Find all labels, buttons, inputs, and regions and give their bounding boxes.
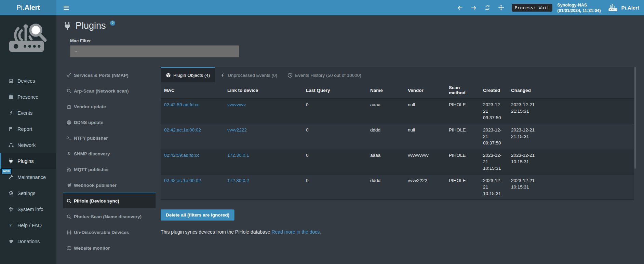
calendar-icon xyxy=(8,94,14,100)
plugin-objects-table: MACLink to deviceLast QueryNameVendorSca… xyxy=(161,82,634,200)
cube-icon xyxy=(166,73,171,78)
cell-mac: 02:42:59:ad:fd:cc xyxy=(161,149,224,175)
mac-link[interactable]: 02:42:59:ad:fd:cc xyxy=(164,102,200,107)
mac-filter-label: Mac Filter xyxy=(70,38,634,43)
column-header-name[interactable]: Name xyxy=(367,82,404,99)
cell-changed: 2023-12-2110:15:31 xyxy=(508,149,634,175)
plugin-nav-item-arp-scan-network-scan[interactable]: Arp-Scan (Network scan) xyxy=(63,83,156,98)
main-content: Plugins ? Mac Filter Services & Ports (N… xyxy=(56,15,644,264)
search-icon xyxy=(66,88,72,94)
search-icon xyxy=(66,214,72,219)
plugin-nav-item-ntfy-publisher[interactable]: NTFY publisher xyxy=(63,130,156,145)
cell-link: vvvv2222 xyxy=(224,124,303,149)
search-icon xyxy=(66,198,72,204)
sidebar-item-plugins[interactable]: Plugins xyxy=(0,153,56,169)
plugin-description-text: This plugin syncs devices from the PiHol… xyxy=(161,229,272,235)
sidebar-item-label: Donations xyxy=(17,239,40,244)
bolt-icon xyxy=(8,110,14,116)
cell-changed: 2023-12-2110:15:31 xyxy=(508,175,634,200)
plugin-description: This plugin syncs devices from the PiHol… xyxy=(161,229,634,235)
plugin-nav-item-website-monitor[interactable]: Website monitor xyxy=(63,240,156,255)
clock-icon xyxy=(287,73,293,78)
device-link[interactable]: vvvvvvvv xyxy=(227,102,246,107)
sidebar-item-report[interactable]: Report xyxy=(0,121,56,137)
docs-link[interactable]: Read more in the docs. xyxy=(272,229,321,235)
question-icon: ? xyxy=(8,222,14,228)
arrow-left-icon[interactable] xyxy=(457,5,463,11)
router-icon xyxy=(608,3,618,12)
plugin-nav-label: Vendor update xyxy=(74,104,106,109)
delete-all-button[interactable]: Delete all (filters are ignored) xyxy=(161,209,234,221)
sidebar: DevicesPresenceEventsReportNetworkPlugin… xyxy=(0,15,56,264)
plugin-nav-item-snmp-discovery[interactable]: SSNMP discovery xyxy=(63,145,156,161)
sidebar-item-help-faq[interactable]: ?Help / FAQ xyxy=(0,217,56,233)
mac-link[interactable]: 02:42:59:ad:fd:cc xyxy=(164,153,200,158)
sidebar-item-events[interactable]: Events xyxy=(0,105,56,121)
plugin-nav-label: MQTT publisher xyxy=(74,167,109,172)
plugin-nav-item-pholus-scan-name-discovery[interactable]: Pholus-Scan (Name discovery) xyxy=(63,208,156,224)
tab-label: Events History (50 out of 10000) xyxy=(295,73,361,78)
arrow-right-icon[interactable] xyxy=(471,5,477,11)
plugin-nav-label: Website monitor xyxy=(74,246,110,251)
device-link[interactable]: vvvv2222 xyxy=(227,127,247,133)
sidebar-item-settings[interactable]: Settings xyxy=(0,185,56,201)
device-link[interactable]: 172.30.0.2 xyxy=(227,178,249,183)
mac-link[interactable]: 02:42:ac:1e:00:02 xyxy=(164,127,201,133)
mac-filter-input[interactable] xyxy=(70,45,239,57)
column-header-scan-method[interactable]: Scan method xyxy=(445,82,480,99)
cell-scan_method: PIHOLE xyxy=(445,99,480,124)
plugin-nav-item-webhook-publisher[interactable]: Webhook publisher xyxy=(63,177,156,193)
table-scrollbar[interactable] xyxy=(634,67,636,169)
column-header-created[interactable]: Created xyxy=(480,82,508,99)
column-header-vendor[interactable]: Vendor xyxy=(404,82,445,99)
tab-events-history-50-out-of-10000[interactable]: Events History (50 out of 10000) xyxy=(282,67,366,82)
sidebar-item-network[interactable]: Network xyxy=(0,137,56,153)
topbar-nav xyxy=(457,5,504,11)
sidebar-item-system-info[interactable]: System info xyxy=(0,201,56,217)
sidebar-item-donations[interactable]: Donations xyxy=(0,233,56,249)
cell-scan_method: PIHOLE xyxy=(445,175,480,200)
mac-link[interactable]: 02:42:ac:1e:00:02 xyxy=(164,178,201,183)
help-badge[interactable]: ? xyxy=(110,20,115,26)
column-header-link-to-device[interactable]: Link to device xyxy=(224,82,303,99)
tab-plugin-objects-4[interactable]: Plugin Objects (4) xyxy=(161,67,215,82)
sidebar-item-label: Settings xyxy=(17,191,35,196)
sidebar-item-devices[interactable]: Devices xyxy=(0,73,56,89)
cell-created: 2023-12-2110:15:31 xyxy=(480,175,508,200)
move-icon[interactable] xyxy=(498,5,504,11)
plugin-nav-item-services-ports-nmap[interactable]: Services & Ports (NMAP) xyxy=(63,67,156,83)
sitemap-icon xyxy=(8,142,14,148)
refresh-icon[interactable] xyxy=(484,5,491,11)
plugin-nav-item-pihole-device-sync[interactable]: PiHole (Device sync) xyxy=(63,193,156,208)
sidebar-item-presence[interactable]: Presence xyxy=(0,89,56,105)
plugin-nav-label: Arp-Scan (Network scan) xyxy=(74,88,129,94)
plugin-nav: Services & Ports (NMAP)Arp-Scan (Network… xyxy=(63,67,156,255)
pialert-logo xyxy=(8,21,48,56)
app-logo[interactable]: Pi.Alert xyxy=(0,0,56,15)
tab-unprocessed-events-0[interactable]: Unprocessed Events (0) xyxy=(215,67,282,82)
table-header-row: MACLink to deviceLast QueryNameVendorSca… xyxy=(161,82,634,99)
device-link[interactable]: 172.30.0.1 xyxy=(227,153,249,158)
brand-suffix: Alert xyxy=(24,4,40,12)
binoculars-icon xyxy=(66,230,72,235)
cell-scan_method: PIHOLE xyxy=(445,124,480,149)
column-header-changed[interactable]: Changed xyxy=(508,82,634,99)
plugin-nav-item-vendor-update[interactable]: Vendor update xyxy=(63,98,156,114)
cell-last_query: 0 xyxy=(303,175,367,200)
cell-link: 172.30.0.1 xyxy=(224,149,303,175)
cell-mac: 02:42:59:ad:fd:cc xyxy=(161,99,224,124)
table-row: 02:42:59:ad:fd:cc172.30.0.10aaaavvvvvvvv… xyxy=(161,149,634,175)
cell-name: dddd xyxy=(367,175,404,200)
topbar: Pi.Alert Process: Wait Synology-NAS (01/… xyxy=(0,0,644,15)
plugin-nav-item-ddns-update[interactable]: DDNS update xyxy=(63,114,156,130)
plugin-nav-item-un-discoverable-devices[interactable]: Un-Discoverable Devices xyxy=(63,224,156,240)
page-header: Plugins ? xyxy=(63,20,634,35)
plug-icon xyxy=(63,22,71,30)
bolt-icon xyxy=(220,73,225,78)
column-header-mac[interactable]: MAC xyxy=(161,82,224,99)
sidebar-toggle-icon[interactable] xyxy=(61,0,72,15)
column-header-last-query[interactable]: Last Query xyxy=(303,82,367,99)
plugin-detail-panel: Plugin Objects (4)Unprocessed Events (0)… xyxy=(161,67,634,255)
cell-vendor: vvvv2222 xyxy=(404,175,445,200)
plugin-nav-item-mqtt-publisher[interactable]: MQTT publisher xyxy=(63,161,156,177)
